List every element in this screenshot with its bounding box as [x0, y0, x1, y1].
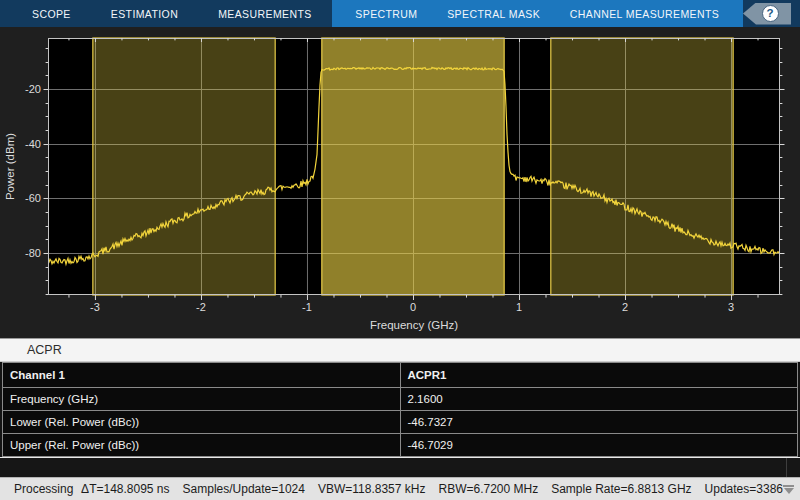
svg-text:0: 0	[410, 301, 416, 313]
tab-spectral-mask[interactable]: SPECTRAL MASK	[441, 0, 546, 27]
svg-text:-80: -80	[25, 247, 41, 259]
svg-text:-40: -40	[25, 138, 41, 150]
status-item: RBW=6.7200 MHz	[438, 482, 538, 496]
acpr-cell: -46.7327	[400, 411, 798, 434]
acpr-cell: Upper (Rel. Power (dBc))	[3, 434, 401, 457]
expand-status-icon[interactable]	[783, 485, 794, 494]
tab-channel-measurements[interactable]: CHANNEL MEASUREMENTS	[564, 0, 725, 27]
tab-scope[interactable]: SCOPE	[12, 0, 91, 27]
svg-text:3: 3	[728, 301, 734, 313]
acpr-table-header-row: Channel 1 ACPR1	[3, 363, 798, 388]
acpr-cell: -46.7029	[400, 434, 798, 457]
lower-adjacent-channel-band	[93, 38, 275, 295]
status-item: Samples/Update=1024	[183, 482, 305, 496]
tab-measurements[interactable]: MEASUREMENTS	[198, 0, 331, 27]
acpr-cell: 2.1600	[400, 388, 798, 411]
acpr-panel: ACPR Channel 1 ACPR1 Frequency (GHz)2.16…	[0, 338, 800, 477]
acpr-table-row: Lower (Rel. Power (dBc))-46.7327	[3, 411, 798, 434]
y-axis-label: Power (dBm)	[4, 133, 16, 200]
acpr-table-row: Frequency (GHz)2.1600	[3, 388, 798, 411]
help-icon: ?	[762, 5, 779, 22]
status-bar: Processing ΔT=148.8095 nsSamples/Update=…	[0, 477, 800, 500]
toolstrip: SCOPEESTIMATIONMEASUREMENTS SPECTRUMSPEC…	[0, 0, 800, 27]
acpr-table-row: Upper (Rel. Power (dBc))-46.7029	[3, 434, 798, 457]
main-channel-band	[322, 38, 504, 295]
tab-estimation[interactable]: ESTIMATION	[91, 0, 198, 27]
svg-text:1: 1	[516, 301, 522, 313]
status-metrics: ΔT=148.8095 nsSamples/Update=1024VBW=118…	[81, 482, 783, 496]
status-item: Updates=3386	[705, 482, 783, 496]
x-axis-label: Frequency (GHz)	[370, 319, 458, 331]
svg-text:-20: -20	[25, 83, 41, 95]
status-item: ΔT=148.8095 ns	[81, 482, 169, 496]
acpr-col-channel: Channel 1	[3, 363, 401, 388]
status-state: Processing	[14, 482, 81, 496]
spectrum-analyzer-window: SCOPEESTIMATIONMEASUREMENTS SPECTRUMSPEC…	[0, 0, 800, 500]
toolstrip-spacer: ?	[743, 0, 800, 27]
tab-group-main: SCOPEESTIMATIONMEASUREMENTS	[0, 0, 332, 27]
acpr-table: Channel 1 ACPR1 Frequency (GHz)2.1600Low…	[2, 362, 798, 457]
spectrum-plot[interactable]: -3-2-10123-20-40-60-80Frequency (GHz)Pow…	[0, 27, 800, 338]
tab-spectrum[interactable]: SPECTRUM	[349, 0, 423, 27]
scrollbar-track	[786, 458, 787, 477]
svg-text:-1: -1	[302, 301, 312, 313]
acpr-filler	[0, 457, 800, 477]
svg-text:-60: -60	[25, 192, 41, 204]
svg-text:2: 2	[622, 301, 628, 313]
acpr-cell: Frequency (GHz)	[3, 388, 401, 411]
status-item: VBW=118.8357 kHz	[318, 482, 426, 496]
svg-text:-2: -2	[196, 301, 206, 313]
acpr-header: ACPR	[0, 338, 800, 362]
help-button[interactable]: ?	[743, 3, 791, 25]
tab-group-measurements: SPECTRUMSPECTRAL MASKCHANNEL MEASUREMENT…	[332, 0, 743, 27]
status-item: Sample Rate=6.8813 GHz	[551, 482, 691, 496]
acpr-col-acpr1: ACPR1	[400, 363, 798, 388]
acpr-cell: Lower (Rel. Power (dBc))	[3, 411, 401, 434]
acpr-title: ACPR	[27, 343, 62, 357]
upper-adjacent-channel-band	[551, 38, 733, 295]
svg-text:-3: -3	[90, 301, 100, 313]
